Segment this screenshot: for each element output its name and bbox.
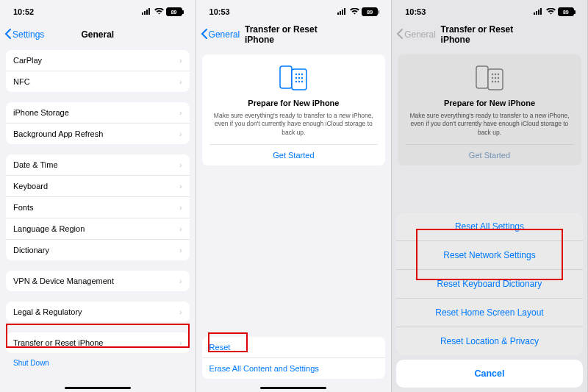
status-bar: 10:53 89: [196, 0, 392, 24]
svg-rect-6: [342, 10, 343, 15]
opt-reset-location-privacy[interactable]: Reset Location & Privacy: [396, 327, 583, 355]
chevron-right-icon: ›: [179, 203, 182, 212]
svg-rect-9: [292, 69, 306, 90]
get-started-button[interactable]: Get Started: [209, 144, 379, 165]
row-label: Background App Refresh: [13, 129, 103, 138]
svg-point-12: [301, 74, 303, 75]
battery-icon: 89: [362, 7, 378, 16]
nav-bar: General Transfer or Reset iPhone: [196, 24, 392, 46]
row-reset[interactable]: Reset: [202, 337, 386, 357]
signal-icon: [337, 7, 348, 16]
page-title: Transfer or Reset iPhone: [245, 24, 343, 45]
svg-point-14: [298, 77, 300, 79]
cancel-button[interactable]: Cancel: [396, 360, 583, 388]
svg-rect-0: [142, 13, 143, 15]
chevron-right-icon: ›: [179, 246, 182, 254]
status-time: 10:52: [13, 7, 34, 16]
row-shut-down[interactable]: Shut Down: [6, 353, 190, 373]
row-label: CarPlay: [13, 56, 42, 65]
wifi-icon: [350, 7, 359, 16]
back-label: Settings: [12, 29, 44, 40]
chevron-right-icon: ›: [179, 108, 182, 117]
chevron-right-icon: ›: [179, 77, 182, 86]
svg-point-16: [295, 81, 297, 82]
svg-point-17: [298, 81, 300, 82]
row-language-region[interactable]: Language & Region›: [6, 218, 190, 239]
row-label: Reset: [209, 343, 231, 352]
chevron-left-icon: [201, 29, 207, 41]
row-label: NFC: [13, 77, 30, 86]
transfer-devices-icon: [209, 65, 379, 91]
row-carplay[interactable]: CarPlay›: [6, 50, 190, 71]
svg-point-10: [295, 74, 297, 75]
page-title: General: [81, 29, 114, 40]
row-label: Legal & Regulatory: [13, 307, 82, 316]
home-indicator[interactable]: [260, 387, 326, 390]
svg-rect-2: [146, 10, 148, 15]
chevron-right-icon: ›: [179, 277, 182, 285]
signal-icon: [142, 7, 152, 16]
svg-rect-3: [148, 8, 150, 15]
svg-point-15: [301, 77, 303, 79]
chevron-right-icon: ›: [179, 129, 182, 138]
svg-point-13: [295, 77, 297, 79]
row-erase-all[interactable]: Erase All Content and Settings: [202, 357, 386, 379]
row-dictionary[interactable]: Dictionary›: [6, 239, 190, 260]
opt-reset-all-settings[interactable]: Reset All Settings: [396, 213, 583, 240]
row-legal-regulatory[interactable]: Legal & Regulatory›: [6, 302, 190, 322]
row-label: iPhone Storage: [13, 108, 69, 117]
svg-rect-1: [144, 11, 146, 15]
nav-bar: Settings General: [0, 24, 196, 46]
row-label: Transfer or Reset iPhone: [13, 338, 103, 347]
row-label: Language & Region: [13, 224, 85, 233]
row-label: VPN & Device Management: [13, 277, 114, 285]
row-fonts[interactable]: Fonts›: [6, 196, 190, 218]
row-background-app-refresh[interactable]: Background App Refresh›: [6, 123, 190, 144]
opt-reset-keyboard-dictionary[interactable]: Reset Keyboard Dictionary: [396, 269, 583, 298]
chevron-right-icon: ›: [179, 182, 182, 190]
svg-rect-5: [340, 11, 341, 15]
screen-transfer-reset: 10:53 89 General Transfer or Reset iPhon…: [196, 0, 392, 392]
opt-reset-network-settings[interactable]: Reset Network Settings: [396, 240, 583, 269]
row-label: Erase All Content and Settings: [209, 364, 319, 373]
card-title: Prepare for New iPhone: [209, 99, 379, 107]
chevron-right-icon: ›: [179, 224, 182, 233]
screen-reset-sheet: 10:53 89 General Transfer or Reset iPhon…: [392, 0, 588, 392]
back-button[interactable]: General: [196, 29, 240, 41]
opt-reset-home-screen-layout[interactable]: Reset Home Screen Layout: [396, 298, 583, 327]
home-indicator[interactable]: [65, 387, 131, 390]
svg-point-11: [298, 74, 300, 75]
back-label: General: [209, 29, 240, 40]
row-label: Date & Time: [13, 160, 58, 169]
status-time: 10:53: [209, 7, 230, 16]
row-label: Fonts: [13, 203, 34, 212]
row-iphone-storage[interactable]: iPhone Storage›: [6, 102, 190, 123]
prepare-card: Prepare for New iPhone Make sure everyth…: [202, 54, 386, 165]
svg-rect-7: [344, 8, 345, 15]
row-date-time[interactable]: Date & Time›: [6, 154, 190, 175]
chevron-right-icon: ›: [179, 160, 182, 169]
status-bar: 10:52 89: [0, 0, 196, 24]
svg-rect-8: [280, 66, 292, 88]
chevron-right-icon: ›: [179, 338, 182, 347]
screen-general-settings: 10:52 89 Settings General CarPlay› NFC› …: [0, 0, 196, 392]
row-keyboard[interactable]: Keyboard›: [6, 175, 190, 196]
svg-rect-4: [337, 13, 339, 15]
row-label: Keyboard: [13, 182, 48, 190]
settings-list[interactable]: CarPlay› NFC› iPhone Storage› Background…: [0, 46, 196, 392]
row-transfer-reset-iphone[interactable]: Transfer or Reset iPhone›: [6, 332, 190, 353]
wifi-icon: [154, 7, 164, 16]
reset-action-sheet: Reset All Settings Reset Network Setting…: [396, 213, 583, 388]
row-vpn-device-management[interactable]: VPN & Device Management›: [6, 271, 190, 291]
battery-icon: 89: [166, 7, 182, 16]
row-label: Dictionary: [13, 246, 49, 254]
row-nfc[interactable]: NFC›: [6, 71, 190, 92]
back-button[interactable]: Settings: [0, 29, 44, 41]
chevron-right-icon: ›: [179, 56, 182, 65]
chevron-right-icon: ›: [179, 307, 182, 316]
card-body: Make sure everything's ready to transfer…: [209, 112, 379, 137]
chevron-left-icon: [4, 29, 11, 41]
svg-point-18: [301, 81, 303, 82]
